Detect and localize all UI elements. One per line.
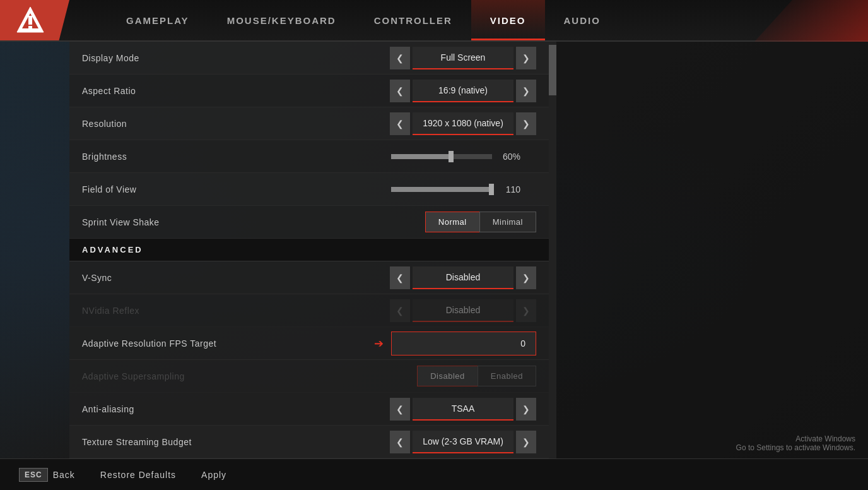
windows-notice-line1: Activate Windows bbox=[736, 434, 855, 443]
adaptive-res-display bbox=[392, 332, 510, 355]
display-mode-label: Display Mode bbox=[82, 53, 390, 63]
nvidia-reflex-next: ❯ bbox=[516, 299, 536, 322]
main-content: Display Mode ❮ Full Screen ❯ Aspect Rati… bbox=[69, 42, 868, 458]
setting-aspect-ratio: Aspect Ratio ❮ 16:9 (native) ❯ bbox=[69, 75, 549, 107]
svg-rect-2 bbox=[28, 16, 32, 25]
texture-streaming-prev[interactable]: ❮ bbox=[390, 431, 410, 453]
anti-aliasing-label: Anti-aliasing bbox=[82, 404, 390, 414]
apply-button[interactable]: Apply bbox=[201, 470, 226, 480]
adaptive-ss-disabled: Disabled bbox=[417, 366, 478, 386]
anti-aliasing-next[interactable]: ❯ bbox=[516, 398, 536, 421]
sprint-view-minimal[interactable]: Minimal bbox=[479, 212, 536, 232]
fov-value: 110 bbox=[498, 184, 520, 194]
brightness-label: Brightness bbox=[82, 152, 391, 162]
setting-texture-streaming: Texture Streaming Budget ❮ Low (2-3 GB V… bbox=[69, 426, 549, 458]
windows-notice: Activate Windows Go to Settings to activ… bbox=[736, 434, 855, 452]
setting-brightness: Brightness 60% bbox=[69, 140, 549, 173]
vsync-prev[interactable]: ❮ bbox=[390, 266, 410, 289]
nvidia-reflex-prev: ❮ bbox=[390, 299, 410, 322]
adaptive-res-value[interactable]: 0 bbox=[510, 332, 536, 355]
advanced-header: ADVANCED bbox=[69, 239, 549, 261]
scrollbar-thumb[interactable] bbox=[549, 45, 556, 95]
aspect-ratio-label: Aspect Ratio bbox=[82, 86, 390, 96]
setting-sprint-view: Sprint View Shake Normal Minimal bbox=[69, 206, 549, 239]
adaptive-ss-enabled: Enabled bbox=[478, 366, 536, 386]
resolution-value: 1920 x 1080 (native) bbox=[413, 112, 513, 135]
texture-streaming-label: Texture Streaming Budget bbox=[82, 437, 390, 447]
scrollbar[interactable] bbox=[549, 42, 556, 458]
right-panel bbox=[556, 42, 868, 458]
arrow-indicator-icon: ➔ bbox=[374, 337, 384, 350]
brightness-control: 60% bbox=[391, 152, 536, 162]
restore-defaults-label: Restore Defaults bbox=[100, 470, 176, 480]
fov-track[interactable] bbox=[391, 187, 492, 192]
adaptive-ss-control: Disabled Enabled bbox=[417, 366, 536, 386]
display-mode-prev[interactable]: ❮ bbox=[390, 47, 410, 69]
anti-aliasing-value: TSAA bbox=[413, 398, 513, 421]
resolution-prev[interactable]: ❮ bbox=[390, 112, 410, 135]
adaptive-res-input-wrapper: 0 bbox=[391, 332, 536, 356]
brightness-fill bbox=[391, 154, 452, 159]
anti-aliasing-prev[interactable]: ❮ bbox=[390, 398, 410, 421]
resolution-control: ❮ 1920 x 1080 (native) ❯ bbox=[390, 112, 536, 135]
tab-audio[interactable]: AUDIO bbox=[545, 0, 619, 40]
brightness-thumb bbox=[449, 151, 454, 162]
adaptive-ss-label: Adaptive Supersampling bbox=[82, 371, 417, 381]
setting-display-mode: Display Mode ❮ Full Screen ❯ bbox=[69, 42, 549, 75]
display-mode-value: Full Screen bbox=[413, 47, 513, 69]
settings-panel: Display Mode ❮ Full Screen ❯ Aspect Rati… bbox=[69, 42, 549, 458]
tab-mouse-keyboard[interactable]: MOUSE/KEYBOARD bbox=[208, 0, 355, 40]
back-label: Back bbox=[53, 470, 75, 480]
sprint-view-control: Normal Minimal bbox=[425, 212, 536, 232]
aspect-ratio-value: 16:9 (native) bbox=[413, 80, 513, 102]
nav-bar: GAMEPLAY MOUSE/KEYBOARD CONTROLLER VIDEO… bbox=[0, 0, 868, 42]
setting-anti-aliasing: Anti-aliasing ❮ TSAA ❯ bbox=[69, 393, 549, 426]
setting-nvidia-reflex: NVidia Reflex ❮ Disabled ❯ bbox=[69, 294, 549, 327]
sprint-view-normal[interactable]: Normal bbox=[425, 212, 479, 232]
fov-fill bbox=[391, 187, 492, 192]
aspect-ratio-next[interactable]: ❯ bbox=[516, 80, 536, 102]
setting-adaptive-ss: Adaptive Supersampling Disabled Enabled bbox=[69, 360, 549, 393]
fov-thumb bbox=[489, 184, 494, 195]
vsync-label: V-Sync bbox=[82, 273, 390, 283]
nav-tabs: GAMEPLAY MOUSE/KEYBOARD CONTROLLER VIDEO… bbox=[69, 0, 868, 40]
texture-streaming-next[interactable]: ❯ bbox=[516, 431, 536, 453]
windows-notice-line2: Go to Settings to activate Windows. bbox=[736, 443, 855, 452]
display-mode-control: ❮ Full Screen ❯ bbox=[390, 47, 536, 69]
aspect-ratio-control: ❮ 16:9 (native) ❯ bbox=[390, 80, 536, 102]
display-mode-next[interactable]: ❯ bbox=[516, 47, 536, 69]
apex-logo bbox=[15, 4, 46, 36]
resolution-next[interactable]: ❯ bbox=[516, 112, 536, 135]
esc-key-label: ESC bbox=[19, 468, 48, 482]
apply-label: Apply bbox=[201, 470, 226, 480]
vsync-next[interactable]: ❯ bbox=[516, 266, 536, 289]
tab-controller[interactable]: CONTROLLER bbox=[355, 0, 471, 40]
fov-label: Field of View bbox=[82, 184, 391, 194]
vsync-value: Disabled bbox=[413, 266, 513, 289]
back-button[interactable]: ESC Back bbox=[19, 468, 75, 482]
nvidia-reflex-value: Disabled bbox=[413, 299, 513, 322]
tab-video[interactable]: VIDEO bbox=[471, 0, 545, 40]
setting-resolution: Resolution ❮ 1920 x 1080 (native) ❯ bbox=[69, 107, 549, 140]
adaptive-res-label: Adaptive Resolution FPS Target bbox=[82, 338, 374, 349]
aspect-ratio-prev[interactable]: ❮ bbox=[390, 80, 410, 102]
restore-defaults-button[interactable]: Restore Defaults bbox=[100, 470, 176, 480]
nvidia-reflex-label: NVidia Reflex bbox=[82, 306, 390, 316]
nvidia-reflex-control: ❮ Disabled ❯ bbox=[390, 299, 536, 322]
brightness-value: 60% bbox=[498, 152, 520, 162]
texture-streaming-value: Low (2-3 GB VRAM) bbox=[413, 431, 513, 453]
resolution-label: Resolution bbox=[82, 119, 390, 129]
setting-vsync: V-Sync ❮ Disabled ❯ bbox=[69, 261, 549, 294]
svg-rect-3 bbox=[28, 26, 32, 28]
anti-aliasing-control: ❮ TSAA ❯ bbox=[390, 398, 536, 421]
vsync-control: ❮ Disabled ❯ bbox=[390, 266, 536, 289]
setting-fov: Field of View 110 bbox=[69, 173, 549, 206]
fov-control: 110 bbox=[391, 184, 536, 194]
adaptive-res-control: ➔ 0 bbox=[374, 332, 536, 356]
setting-adaptive-res: Adaptive Resolution FPS Target ➔ 0 bbox=[69, 327, 549, 360]
sprint-view-label: Sprint View Shake bbox=[82, 217, 425, 227]
texture-streaming-control: ❮ Low (2-3 GB VRAM) ❯ bbox=[390, 431, 536, 453]
tab-gameplay[interactable]: GAMEPLAY bbox=[107, 0, 208, 40]
brightness-track[interactable] bbox=[391, 154, 492, 159]
logo-area bbox=[0, 0, 69, 40]
